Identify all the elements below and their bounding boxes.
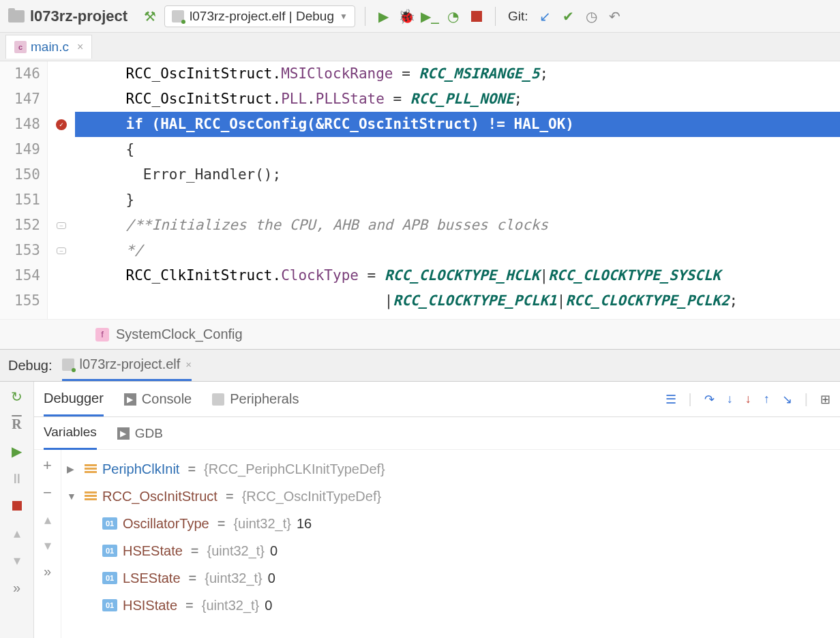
line-num: 149 [0,137,40,162]
current-line: if (HAL_RCC_OscConfig(&RCC_OscInitStruct… [75,112,840,137]
git-pull-icon[interactable]: ↙ [536,7,554,25]
int-icon: 01 [102,599,117,611]
fold-icon[interactable]: − [48,213,75,238]
revert-icon[interactable]: ↶ [605,7,623,25]
int-icon: 01 [102,517,117,530]
breakpoint-icon[interactable] [48,112,75,137]
fold-icon[interactable]: − [48,238,75,263]
debug-sidebar: ↻ R ▶ ⏸ ▴ ▾ » [0,382,34,638]
step-out-icon[interactable]: ↑ [764,392,770,406]
reset-icon[interactable]: R [9,416,25,432]
vars-sidebar: + − ▴ ▾ » [34,450,61,638]
evaluate-icon[interactable]: ⊞ [820,392,830,407]
line-num: 151 [0,187,40,213]
code-editor[interactable]: 146 147 148 149 150 151 152 153 154 155 … [0,61,840,319]
tab-gdb[interactable]: ▶GDB [117,418,163,449]
show-exec-point-icon[interactable]: ☰ [665,392,676,407]
line-num: 146 [0,61,40,87]
run-icon[interactable]: ▶ [375,7,393,25]
debug-panel-header: Debug: l073rz-project.elf × [0,349,840,382]
step-into-icon[interactable]: ↓ [727,392,733,406]
separator [365,7,365,26]
console-icon: ▶ [124,393,136,406]
git-commit-icon[interactable]: ✔ [559,7,577,25]
debug-label: Debug: [8,358,52,374]
tree-row[interactable]: 01 HSEState = {uint32_t} 0 [61,537,840,564]
run-coverage-icon[interactable]: ▶⎯ [421,7,439,25]
folder-icon [8,10,25,22]
line-gutter: 146 147 148 149 150 151 152 153 154 155 [0,61,48,319]
line-num: 153 [0,238,40,263]
debug-top-tabs: Debugger ▶Console Peripherals ☰ | ↷ ↓ ↓ … [34,382,840,417]
tab-debugger[interactable]: Debugger [44,382,104,416]
resume-icon[interactable]: ▶ [9,443,25,459]
variables-panel: + − ▴ ▾ » ▶ PeriphClkInit = {RCC_PeriphC… [34,450,840,638]
debug-session-tab[interactable]: l073rz-project.elf × [62,350,192,381]
chip-icon [172,10,184,22]
git-label: Git: [508,9,528,24]
pause-icon[interactable]: ⏸ [9,470,25,487]
rerun-icon[interactable]: ↻ [9,389,25,405]
tab-console[interactable]: ▶Console [124,383,192,415]
close-icon[interactable]: × [77,41,83,53]
build-icon[interactable]: ⚒ [141,7,159,25]
debug-sub-tabs: Variables ▶GDB [34,417,840,450]
tree-row[interactable]: 01 LSEState = {uint32_t} 0 [61,564,840,592]
line-num: 152 [0,213,40,238]
tree-row[interactable]: 01 HSIState = {uint32_t} 0 [61,592,840,619]
tree-row[interactable]: 01 OscillatorType = {uint32_t} 16 [61,510,840,537]
line-num: 154 [0,263,40,288]
int-icon: 01 [102,572,117,584]
struct-icon [85,464,97,474]
collapse-icon[interactable]: ▼ [67,491,79,502]
force-step-into-icon[interactable]: ↓ [745,392,751,406]
tab-main-c[interactable]: c main.c × [5,35,92,59]
struct-icon [85,491,97,501]
function-icon: f [95,328,109,341]
history-icon[interactable]: ◷ [582,7,600,25]
separator [495,7,496,26]
c-file-icon: c [14,41,27,53]
run-config-label: l073rz-project.elf | Debug [190,9,334,24]
project-name: l073rz-project [30,7,127,25]
debug-content: Debugger ▶Console Peripherals ☰ | ↷ ↓ ↓ … [34,382,840,638]
stop-icon[interactable] [468,7,485,25]
peripherals-icon [212,393,224,406]
console-icon: ▶ [117,427,130,440]
more-icon[interactable]: » [40,563,56,579]
tab-peripherals[interactable]: Peripherals [212,383,299,415]
more-icon[interactable]: » [9,579,25,596]
down-icon[interactable]: ▾ [40,537,56,553]
line-num: 150 [0,162,40,187]
add-watch-icon[interactable]: + [43,457,52,474]
code-area[interactable]: RCC_OscInitStruct.MSIClockRange = RCC_MS… [75,61,840,319]
profile-icon[interactable]: ◔ [445,7,462,25]
up-icon[interactable]: ▴ [40,511,56,528]
run-config-selector[interactable]: l073rz-project.elf | Debug ▼ [164,5,355,27]
debug-session-label: l073rz-project.elf [80,356,181,372]
editor-tab-bar: c main.c × [0,33,840,61]
main-toolbar: l073rz-project ⚒ l073rz-project.elf | De… [0,0,840,33]
breadcrumb: f SystemClock_Config [0,319,840,349]
expand-icon[interactable]: ▶ [67,464,79,474]
variables-tree[interactable]: ▶ PeriphClkInit = {RCC_PeriphCLKInitType… [61,450,840,638]
frame-up-icon[interactable]: ▴ [9,525,25,541]
chevron-down-icon: ▼ [340,12,348,21]
debug-icon[interactable]: 🐞 [398,7,416,25]
tab-variables[interactable]: Variables [44,416,97,450]
frame-down-icon[interactable]: ▾ [9,552,25,568]
tab-label: main.c [31,40,69,55]
gutter-marks: − − [48,61,75,319]
run-to-cursor-icon[interactable]: ↘ [782,392,792,407]
line-num: 148 [0,112,40,137]
remove-watch-icon[interactable]: − [43,484,52,502]
stop-icon[interactable] [9,498,25,514]
breadcrumb-fn[interactable]: SystemClock_Config [116,326,243,342]
chip-icon [62,359,74,371]
step-actions: ☰ | ↷ ↓ ↓ ↑ ↘ | ⊞ [665,391,830,407]
int-icon: 01 [102,545,117,557]
tree-row[interactable]: ▼ RCC_OscInitStruct = {RCC_OscInitTypeDe… [61,483,840,510]
step-over-icon[interactable]: ↷ [704,392,715,407]
close-icon[interactable]: × [185,359,192,370]
tree-row[interactable]: ▶ PeriphClkInit = {RCC_PeriphCLKInitType… [61,455,840,483]
